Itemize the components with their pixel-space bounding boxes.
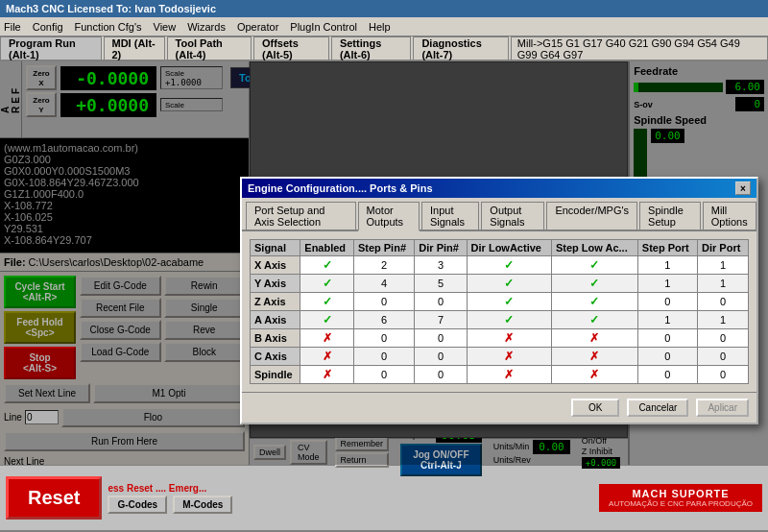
dir-pin-cell[interactable]: 0 (415, 366, 467, 384)
menu-help[interactable]: Help (369, 21, 391, 33)
dir-port-cell[interactable]: 0 (697, 329, 748, 348)
check-icon[interactable]: ✓ (504, 258, 514, 272)
dir-low-cell[interactable]: ✗ (467, 348, 551, 366)
dialog-tab-output-signals[interactable]: Output Signals (481, 202, 544, 230)
x-icon[interactable]: ✗ (589, 350, 599, 363)
dialog-close-button[interactable]: × (735, 181, 751, 195)
step-low-cell[interactable]: ✓ (551, 256, 637, 275)
x-icon[interactable]: ✗ (589, 331, 599, 345)
enabled-cell[interactable]: ✓ (300, 256, 354, 275)
check-icon[interactable]: ✓ (589, 277, 599, 290)
step-port-cell[interactable]: 1 (637, 256, 697, 275)
dialog-tab-motor-outputs[interactable]: Motor Outputs (358, 202, 420, 231)
step-pin-cell[interactable]: 6 (353, 311, 414, 329)
dir-pin-cell[interactable]: 5 (415, 275, 467, 293)
step-low-cell[interactable]: ✗ (551, 329, 637, 348)
enabled-cell[interactable]: ✗ (300, 348, 354, 366)
tab-offsets[interactable]: Offsets (Alt-5) (253, 36, 329, 60)
reset-button[interactable]: Reset (6, 476, 102, 520)
x-icon[interactable]: ✗ (504, 368, 514, 381)
menu-wizards[interactable]: Wizards (187, 21, 226, 33)
dir-port-cell[interactable]: 1 (697, 311, 748, 329)
x-icon[interactable]: ✗ (504, 331, 514, 345)
dir-port-cell[interactable]: 1 (697, 256, 748, 275)
check-icon[interactable]: ✓ (323, 295, 332, 308)
step-pin-cell[interactable]: 0 (353, 329, 414, 348)
dir-low-cell[interactable]: ✓ (467, 293, 551, 311)
ok-button[interactable]: OK (571, 399, 619, 417)
enabled-cell[interactable]: ✗ (300, 329, 354, 348)
aplicar-button[interactable]: Aplicar (696, 399, 749, 417)
dir-pin-cell[interactable]: 0 (415, 329, 467, 348)
check-icon[interactable]: ✓ (504, 277, 514, 290)
check-icon[interactable]: ✓ (504, 313, 514, 326)
step-pin-cell[interactable]: 0 (353, 366, 414, 384)
tab-settings[interactable]: Settings (Alt-6) (331, 36, 412, 60)
step-port-cell[interactable]: 0 (637, 366, 697, 384)
x-icon[interactable]: ✗ (323, 331, 332, 345)
dialog-tab-input-signals[interactable]: Input Signals (421, 202, 479, 230)
tab-diagnostics[interactable]: Diagnostics (Alt-7) (413, 36, 508, 60)
dir-low-cell[interactable]: ✓ (467, 275, 551, 293)
dir-port-cell[interactable]: 1 (697, 275, 748, 293)
dir-low-cell[interactable]: ✓ (467, 311, 551, 329)
x-icon[interactable]: ✗ (589, 368, 599, 381)
x-icon[interactable]: ✗ (323, 368, 332, 381)
enabled-cell[interactable]: ✓ (300, 293, 354, 311)
menu-operator[interactable]: Operator (237, 21, 278, 33)
step-port-cell[interactable]: 0 (637, 348, 697, 366)
gcodes-button[interactable]: G-Codes (108, 496, 167, 514)
step-port-cell[interactable]: 0 (637, 293, 697, 311)
check-icon[interactable]: ✓ (323, 277, 332, 290)
step-pin-cell[interactable]: 4 (353, 275, 414, 293)
dir-low-cell[interactable]: ✗ (467, 329, 551, 348)
dialog-tab-spindle-setup[interactable]: Spindle Setup (639, 202, 701, 230)
check-icon[interactable]: ✓ (589, 258, 599, 272)
enabled-cell[interactable]: ✗ (300, 366, 354, 384)
check-icon[interactable]: ✓ (323, 258, 332, 272)
dir-port-cell[interactable]: 0 (697, 366, 748, 384)
step-pin-cell[interactable]: 0 (353, 348, 414, 366)
mcodes-button[interactable]: M-Codes (173, 496, 232, 514)
menu-config[interactable]: Config (33, 21, 63, 33)
check-icon[interactable]: ✓ (323, 313, 332, 326)
cancel-button[interactable]: Cancelar (627, 399, 688, 417)
dialog-tab-port-setup[interactable]: Port Setup and Axis Selection (246, 202, 356, 230)
tab-tool-path[interactable]: Tool Path (Alt-4) (167, 36, 252, 60)
step-port-cell[interactable]: 1 (637, 311, 697, 329)
dir-pin-cell[interactable]: 7 (415, 311, 467, 329)
step-pin-cell[interactable]: 0 (353, 293, 414, 311)
step-port-cell[interactable]: 1 (637, 275, 697, 293)
tab-mdi[interactable]: MDI (Alt-2) (104, 36, 165, 60)
check-icon[interactable]: ✓ (589, 313, 599, 326)
enabled-cell[interactable]: ✓ (300, 275, 354, 293)
step-low-cell[interactable]: ✗ (551, 348, 637, 366)
brand-area: MACH SUPORTE AUTOMAÇÃO E CNC PARA PRODUÇ… (599, 484, 762, 512)
step-low-cell[interactable]: ✗ (551, 366, 637, 384)
menu-file[interactable]: File (4, 21, 21, 33)
dir-port-cell[interactable]: 0 (697, 293, 748, 311)
check-icon[interactable]: ✓ (504, 295, 514, 308)
step-low-cell[interactable]: ✓ (551, 311, 637, 329)
step-low-cell[interactable]: ✓ (551, 275, 637, 293)
dir-pin-cell[interactable]: 0 (415, 293, 467, 311)
check-icon[interactable]: ✓ (589, 295, 599, 308)
dialog-tab-encoder[interactable]: Encoder/MPG's (546, 202, 637, 230)
enabled-cell[interactable]: ✓ (300, 311, 354, 329)
tab-program-run[interactable]: Program Run (Alt-1) (0, 36, 102, 60)
menu-function-cfgs[interactable]: Function Cfg's (75, 21, 142, 33)
x-icon[interactable]: ✗ (504, 350, 514, 363)
dir-low-cell[interactable]: ✓ (467, 256, 551, 275)
dir-port-cell[interactable]: 0 (697, 348, 748, 366)
menu-plugin[interactable]: PlugIn Control (290, 21, 357, 33)
dir-pin-cell[interactable]: 0 (415, 348, 467, 366)
step-low-cell[interactable]: ✓ (551, 293, 637, 311)
step-pin-cell[interactable]: 2 (353, 256, 414, 275)
dialog-title-bar: Engine Configuration.... Ports & Pins × (242, 179, 756, 198)
x-icon[interactable]: ✗ (323, 350, 332, 363)
dir-pin-cell[interactable]: 3 (415, 256, 467, 275)
dir-low-cell[interactable]: ✗ (467, 366, 551, 384)
dialog-tab-mill-options[interactable]: Mill Options (703, 202, 756, 230)
step-port-cell[interactable]: 0 (637, 329, 697, 348)
menu-view[interactable]: View (154, 21, 177, 33)
